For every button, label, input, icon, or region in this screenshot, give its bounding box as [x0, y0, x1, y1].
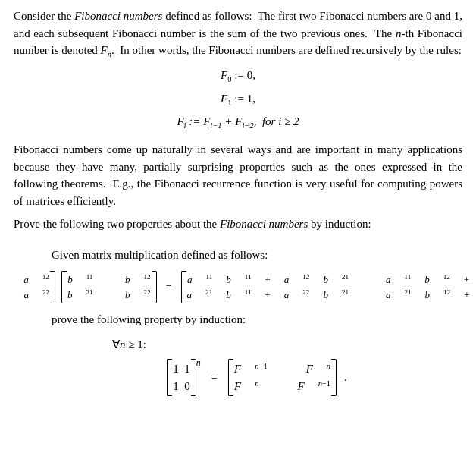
paragraph-2: Fibonacci numbers come up naturally in s… — [14, 141, 462, 209]
fibonacci-italic-1: Fibonacci numbers — [74, 10, 162, 22]
n-italic: n — [396, 27, 402, 39]
main-content: Consider the Fibonacci numbers defined a… — [14, 8, 462, 396]
period: . — [344, 369, 347, 386]
forall-statement: ∀n ≥ 1: — [112, 336, 462, 354]
matrix-section: Given matrix multiplication defined as f… — [52, 247, 462, 397]
f1-display: F1 := 1, — [14, 90, 462, 109]
matrix-result: a11b11 + a12b21 a11b12 + a12b22 a21b11 +… — [181, 271, 476, 303]
matrix-11-10: 1 1 1 0 — [167, 359, 196, 396]
equals-sign-2: = — [211, 369, 218, 386]
fn-notation: Fn — [101, 44, 111, 56]
power-n-sup: n — [196, 356, 201, 369]
f0-display: F0 := 0, — [14, 67, 462, 86]
matrix-power-eq: 1 1 1 0 n = Fn+1 Fn Fn Fn−1 . — [52, 359, 462, 396]
matrix-intro-text: Given matrix multiplication defined as f… — [52, 247, 462, 264]
fi-display: Fi := Fi−1 + Fi−2, for i ≥ 2 — [14, 113, 462, 132]
matrix-B: b11 b12 b21 b22 — [61, 271, 157, 303]
prove-statement: Prove the following two properties about… — [14, 215, 462, 233]
fibonacci-italic-2: Fibonacci numbers — [220, 218, 308, 230]
equals-sign-1: = — [166, 279, 172, 295]
prove-by-induction: prove the following property by inductio… — [52, 311, 462, 329]
matrix-fibonacci-result: Fn+1 Fn Fn Fn−1 — [228, 359, 337, 396]
matrix-A: a11 a12 a21 a22 — [0, 271, 55, 303]
matrix-power-left: 1 1 1 0 n — [167, 359, 201, 396]
intro-paragraph: Consider the Fibonacci numbers defined a… — [14, 8, 462, 61]
matrix-def-eq: a11 a12 a21 a22 b11 b12 b21 b22 = a11b11… — [52, 271, 462, 303]
